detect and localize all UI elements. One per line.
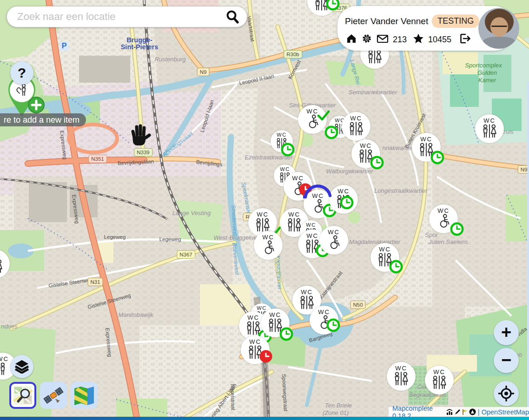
restroom-figures-icon [245, 321, 262, 336]
home-icon[interactable] [346, 33, 357, 46]
toilet-marker[interactable]: WC [310, 306, 338, 335]
basemap-style-folded-map[interactable] [71, 382, 98, 409]
toilet-marker[interactable]: WC [271, 130, 293, 152]
restroom-figures-icon [393, 371, 410, 387]
toilet-marker-label: WC [277, 132, 286, 138]
wheelchair-icon [435, 214, 452, 230]
folded-map-icon [73, 386, 95, 405]
toilet-marker-label: WC [257, 211, 269, 217]
toilet-marker-label: WC [328, 229, 340, 235]
map-view[interactable]: Brugge-Sint-PietersRustenburgVaartstraat… [0, 0, 529, 420]
restroom-figures-icon [275, 138, 288, 150]
basemap-style-satellite[interactable] [40, 382, 67, 409]
search-icon[interactable] [225, 9, 240, 25]
toilet-marker-label: WC [318, 309, 330, 315]
toilet-marker[interactable]: WC [304, 190, 332, 218]
basemap-style-carto[interactable] [9, 382, 36, 409]
plus-icon: + [501, 323, 511, 341]
toilet-marker[interactable]: WC [261, 308, 290, 337]
satellite-icon [43, 385, 64, 406]
toilet-marker-label: WC [257, 306, 266, 311]
location-search-bar[interactable] [7, 6, 247, 27]
restroom-figures-icon [431, 375, 448, 391]
restroom-figures-icon [366, 49, 383, 65]
settings-gear-icon[interactable] [361, 33, 372, 46]
toilet-marker[interactable]: WC [351, 139, 380, 168]
restroom-figures-icon [267, 318, 284, 334]
toilet-marker[interactable]: WC [475, 114, 504, 143]
theme-color-strip [0, 417, 529, 420]
carto-map-icon [13, 385, 33, 406]
wheelchair-icon [310, 199, 326, 215]
toilet-marker-label: WC [433, 369, 445, 375]
statistics-icon[interactable] [446, 409, 453, 415]
toilet-marker-label: WC [306, 108, 318, 114]
toilet-marker-label: WC [249, 339, 261, 345]
zoom-out-button[interactable]: − [494, 348, 519, 373]
toilet-marker[interactable]: WC [254, 231, 283, 260]
toilet-marker[interactable]: WC [342, 112, 370, 141]
attribution-separator: | [478, 408, 480, 416]
restroom-figures-icon [377, 252, 393, 268]
toilet-marker[interactable]: WC [425, 366, 454, 394]
layers-button[interactable] [10, 355, 33, 378]
toilet-marker[interactable]: WC [319, 226, 348, 255]
changes-count: 10455 [428, 35, 451, 45]
logout-icon[interactable] [459, 33, 471, 46]
toilet-marker-label: WC [292, 175, 304, 181]
user-avatar[interactable] [478, 8, 519, 49]
geolocate-button[interactable] [494, 381, 519, 406]
restroom-figures-icon [357, 149, 374, 164]
restroom-figures-icon [418, 142, 435, 158]
user-panel[interactable]: Pieter Vander Vennet TESTING 213 [337, 6, 513, 51]
toilet-marker-label: WC [280, 167, 290, 172]
restroom-figures-icon [313, 0, 330, 13]
toilet-marker-label: WC [337, 188, 350, 194]
restroom-figures-icon [481, 124, 498, 139]
toilet-marker-label: WC [483, 118, 496, 124]
flag-icon[interactable] [462, 409, 468, 415]
wheelchair-icon [325, 235, 342, 251]
search-input[interactable] [16, 10, 225, 23]
restroom-figures-icon [335, 194, 352, 210]
messages-count: 213 [393, 35, 407, 45]
testing-mode-badge: TESTING [432, 14, 479, 28]
question-mark: ? [18, 65, 26, 81]
messages-envelope-icon[interactable] [377, 33, 389, 46]
toilet-marker-label: WC [312, 193, 324, 199]
restroom-figures-icon [304, 239, 321, 255]
zoom-in-button[interactable]: + [494, 320, 519, 345]
restroom-figures-icon [348, 121, 364, 137]
crosshair-icon [497, 385, 515, 402]
restroom-figures-icon [298, 295, 315, 311]
toilet-marker-label: WC [360, 143, 372, 149]
toilet-marker[interactable]: WC [298, 105, 327, 134]
help-button[interactable]: ? [10, 61, 33, 85]
toilet-marker-label: WC [262, 234, 274, 240]
toilet-marker-label: WC [301, 289, 313, 295]
toilet-marker-label: WC [306, 233, 318, 239]
toilet-marker[interactable]: WC [387, 362, 416, 391]
toilet-marker[interactable]: WC [370, 243, 399, 272]
toilet-marker[interactable]: WC [412, 133, 441, 162]
mapillary-icon[interactable] [469, 408, 476, 415]
toilet-marker[interactable]: WC [429, 204, 458, 233]
user-name: Pieter Vander Vennet [345, 16, 428, 26]
restroom-figures-icon [247, 345, 264, 361]
toilet-marker-label: WC [306, 223, 316, 228]
toilet-marker-label: WC [395, 365, 407, 371]
osm-link[interactable]: OpenStreetMap [482, 408, 529, 416]
wheelchair-icon [260, 240, 277, 256]
toilet-marker-label: WC [269, 312, 281, 318]
toilet-marker-label: WC [420, 136, 432, 142]
toilet-marker[interactable]: WC [241, 335, 270, 364]
toilet-marker-label: WC [379, 246, 391, 252]
wheelchair-icon [316, 315, 332, 331]
star-icon [413, 33, 424, 46]
edit-pencil-icon[interactable] [454, 409, 461, 415]
layers-icon [14, 360, 29, 374]
toilet-marker-label: WC [0, 356, 9, 362]
toilet-marker-label: WC [350, 115, 362, 121]
toilet-marker-label: WC [0, 253, 1, 259]
toilet-marker[interactable]: WC [329, 185, 358, 214]
